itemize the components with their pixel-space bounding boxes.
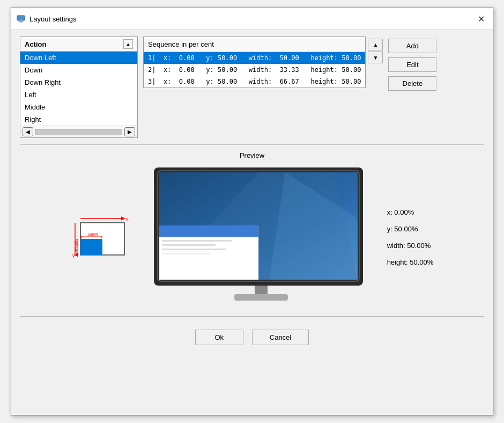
svg-rect-29 <box>159 226 258 237</box>
svg-rect-32 <box>162 249 226 250</box>
sequence-table-container: Sequence in per cent 1| x: 0.00 y: 50.00… <box>143 37 366 88</box>
preview-label: Preview <box>240 151 264 159</box>
delete-button[interactable]: Delete <box>388 76 436 91</box>
move-down-button[interactable]: ▼ <box>368 52 383 63</box>
layout-settings-dialog: Layout settings ✕ Action ▲ Down Left Dow… <box>11 8 493 415</box>
title-bar-left: Layout settings <box>17 14 76 23</box>
preview-height: height: 50.00% <box>387 258 434 266</box>
table-row[interactable]: 3| x: 0.00 y: 50.00 width: 66.67 height:… <box>144 76 365 87</box>
scroll-right-button[interactable]: ▶ <box>124 127 135 136</box>
monitor-svg <box>151 165 371 310</box>
bottom-bar: Ok Cancel <box>20 323 484 354</box>
preview-content: x y width height <box>20 165 484 310</box>
scroll-left-button[interactable]: ◀ <box>23 127 33 136</box>
svg-rect-30 <box>162 240 232 242</box>
add-button[interactable]: Add <box>388 39 436 53</box>
action-list-title: Action <box>25 40 46 48</box>
sequence-table: 1| x: 0.00 y: 50.00 width: 50.00 height:… <box>144 52 365 87</box>
bottom-divider <box>20 316 484 317</box>
list-item[interactable]: Right <box>20 113 137 126</box>
list-item[interactable]: Down <box>20 64 137 76</box>
svg-rect-4 <box>80 239 102 255</box>
svg-rect-34 <box>255 286 268 295</box>
action-list-footer: ◀ ▶ <box>20 126 137 137</box>
dialog-title: Layout settings <box>29 15 76 23</box>
dialog-body: Action ▲ Down Left Down Down Right Left … <box>11 30 493 415</box>
action-list-items: Down Left Down Down Right Left Middle Ri… <box>20 52 137 126</box>
svg-text:height: height <box>73 240 78 252</box>
action-list: Action ▲ Down Left Down Down Right Left … <box>20 37 138 138</box>
arrow-buttons: ▲ ▼ <box>368 37 383 63</box>
title-bar: Layout settings ✕ <box>11 8 493 30</box>
top-section: Action ▲ Down Left Down Down Right Left … <box>20 37 484 138</box>
svg-rect-1 <box>19 21 23 22</box>
diagram-svg: x y width height <box>71 213 135 261</box>
move-up-button[interactable]: ▲ <box>368 39 383 50</box>
svg-rect-2 <box>18 22 24 23</box>
svg-rect-0 <box>17 16 25 20</box>
preview-stats: x: 0.00% y: 50.00% width: 50.00% height:… <box>387 208 434 266</box>
monitor-preview <box>151 165 371 310</box>
list-item[interactable]: Down Left <box>20 52 137 64</box>
svg-rect-31 <box>162 244 216 246</box>
preview-y: y: 50.00% <box>387 225 434 233</box>
list-item[interactable]: Down Right <box>20 76 137 89</box>
ok-button[interactable]: Ok <box>195 330 243 345</box>
sequence-group: Sequence in per cent 1| x: 0.00 y: 50.00… <box>143 37 383 138</box>
svg-text:width: width <box>87 232 98 237</box>
preview-x: x: 0.00% <box>387 208 434 216</box>
table-row[interactable]: 2| x: 0.00 y: 50.00 width: 33.33 height:… <box>144 64 365 76</box>
preview-width: width: 50.00% <box>387 242 434 250</box>
cancel-button[interactable]: Cancel <box>252 330 309 345</box>
svg-text:y: y <box>72 253 75 258</box>
svg-rect-33 <box>162 253 210 254</box>
table-row[interactable]: 1| x: 0.00 y: 50.00 width: 50.00 height:… <box>144 52 365 64</box>
monitor-icon <box>17 14 25 23</box>
sequence-header: Sequence in per cent <box>144 37 365 52</box>
edit-button[interactable]: Edit <box>388 57 436 72</box>
close-button[interactable]: ✕ <box>475 12 487 25</box>
top-divider <box>20 144 484 145</box>
list-item[interactable]: Left <box>20 89 137 101</box>
scroll-up-button[interactable]: ▲ <box>123 39 133 49</box>
svg-text:x: x <box>126 216 129 222</box>
list-item[interactable]: Middle <box>20 101 137 113</box>
layout-diagram: x y width height <box>71 213 135 261</box>
action-list-header: Action ▲ <box>20 37 137 52</box>
svg-rect-35 <box>234 294 288 301</box>
action-buttons: Add Edit Delete <box>388 37 436 138</box>
preview-section: Preview x y <box>20 151 484 310</box>
